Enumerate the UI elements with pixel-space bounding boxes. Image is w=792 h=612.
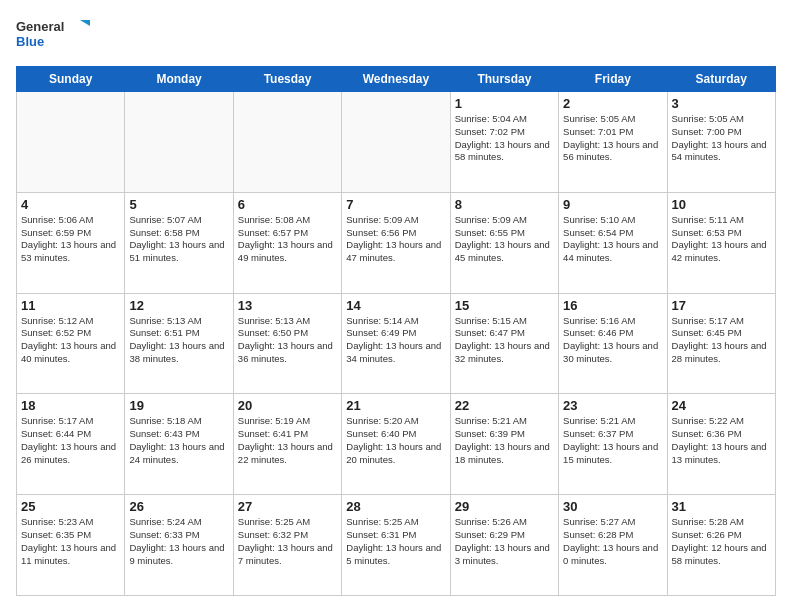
cell-w4-d4: 22Sunrise: 5:21 AM Sunset: 6:39 PM Dayli… [450, 394, 558, 495]
day-number: 22 [455, 398, 554, 413]
day-info: Sunrise: 5:17 AM Sunset: 6:45 PM Dayligh… [672, 315, 771, 366]
day-info: Sunrise: 5:13 AM Sunset: 6:50 PM Dayligh… [238, 315, 337, 366]
cell-w1-d1 [125, 92, 233, 193]
day-info: Sunrise: 5:10 AM Sunset: 6:54 PM Dayligh… [563, 214, 662, 265]
day-number: 18 [21, 398, 120, 413]
day-number: 20 [238, 398, 337, 413]
day-info: Sunrise: 5:21 AM Sunset: 6:37 PM Dayligh… [563, 415, 662, 466]
day-info: Sunrise: 5:14 AM Sunset: 6:49 PM Dayligh… [346, 315, 445, 366]
cell-w1-d2 [233, 92, 341, 193]
cell-w3-d4: 15Sunrise: 5:15 AM Sunset: 6:47 PM Dayli… [450, 293, 558, 394]
header-thursday: Thursday [450, 67, 558, 92]
day-number: 23 [563, 398, 662, 413]
cell-w5-d3: 28Sunrise: 5:25 AM Sunset: 6:31 PM Dayli… [342, 495, 450, 596]
cell-w1-d0 [17, 92, 125, 193]
day-info: Sunrise: 5:18 AM Sunset: 6:43 PM Dayligh… [129, 415, 228, 466]
week-row-1: 1Sunrise: 5:04 AM Sunset: 7:02 PM Daylig… [17, 92, 776, 193]
cell-w3-d1: 12Sunrise: 5:13 AM Sunset: 6:51 PM Dayli… [125, 293, 233, 394]
day-number: 3 [672, 96, 771, 111]
cell-w2-d6: 10Sunrise: 5:11 AM Sunset: 6:53 PM Dayli… [667, 192, 775, 293]
day-info: Sunrise: 5:04 AM Sunset: 7:02 PM Dayligh… [455, 113, 554, 164]
cell-w3-d2: 13Sunrise: 5:13 AM Sunset: 6:50 PM Dayli… [233, 293, 341, 394]
header-tuesday: Tuesday [233, 67, 341, 92]
header-monday: Monday [125, 67, 233, 92]
week-row-4: 18Sunrise: 5:17 AM Sunset: 6:44 PM Dayli… [17, 394, 776, 495]
day-number: 5 [129, 197, 228, 212]
day-info: Sunrise: 5:08 AM Sunset: 6:57 PM Dayligh… [238, 214, 337, 265]
header-friday: Friday [559, 67, 667, 92]
cell-w1-d5: 2Sunrise: 5:05 AM Sunset: 7:01 PM Daylig… [559, 92, 667, 193]
cell-w4-d6: 24Sunrise: 5:22 AM Sunset: 6:36 PM Dayli… [667, 394, 775, 495]
cell-w5-d5: 30Sunrise: 5:27 AM Sunset: 6:28 PM Dayli… [559, 495, 667, 596]
week-row-2: 4Sunrise: 5:06 AM Sunset: 6:59 PM Daylig… [17, 192, 776, 293]
day-number: 26 [129, 499, 228, 514]
page: General Blue SundayMondayTuesdayWednesda… [0, 0, 792, 612]
day-number: 25 [21, 499, 120, 514]
day-info: Sunrise: 5:17 AM Sunset: 6:44 PM Dayligh… [21, 415, 120, 466]
cell-w3-d3: 14Sunrise: 5:14 AM Sunset: 6:49 PM Dayli… [342, 293, 450, 394]
day-number: 14 [346, 298, 445, 313]
calendar-table: SundayMondayTuesdayWednesdayThursdayFrid… [16, 66, 776, 596]
cell-w5-d2: 27Sunrise: 5:25 AM Sunset: 6:32 PM Dayli… [233, 495, 341, 596]
logo-block: General Blue [16, 16, 96, 56]
day-number: 10 [672, 197, 771, 212]
cell-w1-d3 [342, 92, 450, 193]
day-number: 2 [563, 96, 662, 111]
day-info: Sunrise: 5:05 AM Sunset: 7:01 PM Dayligh… [563, 113, 662, 164]
cell-w5-d6: 31Sunrise: 5:28 AM Sunset: 6:26 PM Dayli… [667, 495, 775, 596]
cell-w5-d1: 26Sunrise: 5:24 AM Sunset: 6:33 PM Dayli… [125, 495, 233, 596]
day-number: 19 [129, 398, 228, 413]
cell-w4-d2: 20Sunrise: 5:19 AM Sunset: 6:41 PM Dayli… [233, 394, 341, 495]
day-info: Sunrise: 5:16 AM Sunset: 6:46 PM Dayligh… [563, 315, 662, 366]
week-row-5: 25Sunrise: 5:23 AM Sunset: 6:35 PM Dayli… [17, 495, 776, 596]
cell-w1-d6: 3Sunrise: 5:05 AM Sunset: 7:00 PM Daylig… [667, 92, 775, 193]
logo: General Blue [16, 16, 96, 56]
day-number: 30 [563, 499, 662, 514]
day-info: Sunrise: 5:26 AM Sunset: 6:29 PM Dayligh… [455, 516, 554, 567]
day-info: Sunrise: 5:25 AM Sunset: 6:31 PM Dayligh… [346, 516, 445, 567]
svg-marker-1 [80, 20, 90, 26]
day-info: Sunrise: 5:20 AM Sunset: 6:40 PM Dayligh… [346, 415, 445, 466]
day-info: Sunrise: 5:07 AM Sunset: 6:58 PM Dayligh… [129, 214, 228, 265]
day-info: Sunrise: 5:25 AM Sunset: 6:32 PM Dayligh… [238, 516, 337, 567]
cell-w1-d4: 1Sunrise: 5:04 AM Sunset: 7:02 PM Daylig… [450, 92, 558, 193]
day-number: 11 [21, 298, 120, 313]
cell-w4-d3: 21Sunrise: 5:20 AM Sunset: 6:40 PM Dayli… [342, 394, 450, 495]
day-info: Sunrise: 5:28 AM Sunset: 6:26 PM Dayligh… [672, 516, 771, 567]
day-number: 9 [563, 197, 662, 212]
day-info: Sunrise: 5:27 AM Sunset: 6:28 PM Dayligh… [563, 516, 662, 567]
cell-w5-d0: 25Sunrise: 5:23 AM Sunset: 6:35 PM Dayli… [17, 495, 125, 596]
cell-w3-d5: 16Sunrise: 5:16 AM Sunset: 6:46 PM Dayli… [559, 293, 667, 394]
svg-text:Blue: Blue [16, 34, 44, 49]
cell-w4-d1: 19Sunrise: 5:18 AM Sunset: 6:43 PM Dayli… [125, 394, 233, 495]
day-info: Sunrise: 5:13 AM Sunset: 6:51 PM Dayligh… [129, 315, 228, 366]
cell-w2-d5: 9Sunrise: 5:10 AM Sunset: 6:54 PM Daylig… [559, 192, 667, 293]
cell-w4-d5: 23Sunrise: 5:21 AM Sunset: 6:37 PM Dayli… [559, 394, 667, 495]
day-number: 4 [21, 197, 120, 212]
day-number: 21 [346, 398, 445, 413]
day-number: 15 [455, 298, 554, 313]
day-number: 31 [672, 499, 771, 514]
cell-w2-d3: 7Sunrise: 5:09 AM Sunset: 6:56 PM Daylig… [342, 192, 450, 293]
day-info: Sunrise: 5:09 AM Sunset: 6:56 PM Dayligh… [346, 214, 445, 265]
day-number: 28 [346, 499, 445, 514]
header: General Blue [16, 16, 776, 56]
week-row-3: 11Sunrise: 5:12 AM Sunset: 6:52 PM Dayli… [17, 293, 776, 394]
day-number: 12 [129, 298, 228, 313]
day-info: Sunrise: 5:24 AM Sunset: 6:33 PM Dayligh… [129, 516, 228, 567]
cell-w3-d0: 11Sunrise: 5:12 AM Sunset: 6:52 PM Dayli… [17, 293, 125, 394]
day-number: 6 [238, 197, 337, 212]
cell-w4-d0: 18Sunrise: 5:17 AM Sunset: 6:44 PM Dayli… [17, 394, 125, 495]
day-info: Sunrise: 5:23 AM Sunset: 6:35 PM Dayligh… [21, 516, 120, 567]
day-info: Sunrise: 5:15 AM Sunset: 6:47 PM Dayligh… [455, 315, 554, 366]
day-number: 16 [563, 298, 662, 313]
day-info: Sunrise: 5:12 AM Sunset: 6:52 PM Dayligh… [21, 315, 120, 366]
header-row: SundayMondayTuesdayWednesdayThursdayFrid… [17, 67, 776, 92]
day-info: Sunrise: 5:05 AM Sunset: 7:00 PM Dayligh… [672, 113, 771, 164]
day-number: 24 [672, 398, 771, 413]
cell-w2-d0: 4Sunrise: 5:06 AM Sunset: 6:59 PM Daylig… [17, 192, 125, 293]
day-number: 27 [238, 499, 337, 514]
day-info: Sunrise: 5:09 AM Sunset: 6:55 PM Dayligh… [455, 214, 554, 265]
header-wednesday: Wednesday [342, 67, 450, 92]
cell-w3-d6: 17Sunrise: 5:17 AM Sunset: 6:45 PM Dayli… [667, 293, 775, 394]
